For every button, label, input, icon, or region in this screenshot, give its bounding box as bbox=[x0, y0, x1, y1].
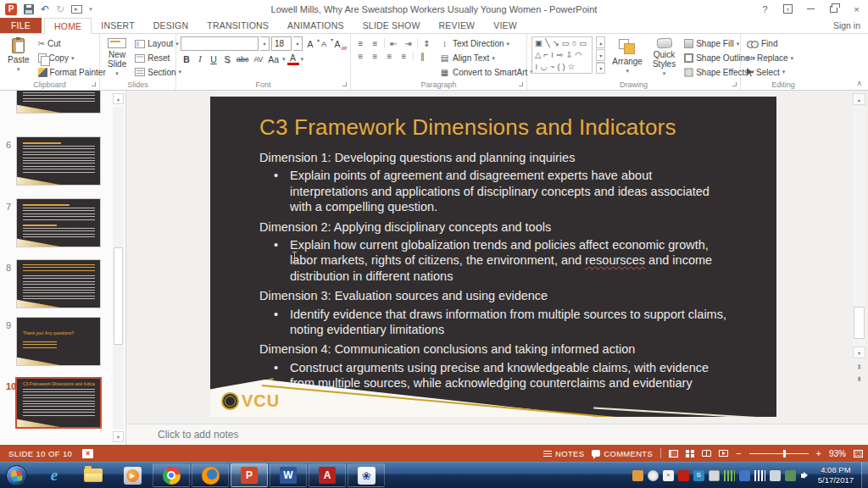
tab-insert[interactable]: INSERT bbox=[92, 18, 144, 33]
italic-button[interactable]: I bbox=[194, 53, 206, 65]
collapse-ribbon-icon[interactable]: ∧ bbox=[856, 79, 862, 87]
shapes-gallery[interactable]: ▣╲↘▭○▭ △⌐≀⇨⇩◠ ≀◡~()☆ bbox=[531, 36, 593, 74]
paragraph-dialog-launcher[interactable] bbox=[518, 81, 525, 88]
tab-slideshow[interactable]: SLIDE SHOW bbox=[353, 18, 430, 33]
tab-transitions[interactable]: TRANSITIONS bbox=[198, 18, 278, 33]
slide-canvas[interactable]: C3 Framework Dimensions and Indicators D… bbox=[210, 97, 776, 417]
bold-button[interactable]: B bbox=[181, 53, 192, 65]
scrollbar-thumb[interactable] bbox=[854, 307, 865, 339]
align-left-icon[interactable]: ≡ bbox=[355, 52, 366, 61]
tray-action-center-flag-icon[interactable]: × bbox=[663, 470, 674, 481]
slide-thumbnail-6[interactable] bbox=[17, 137, 100, 185]
slide-thumbnail-5-partial[interactable] bbox=[17, 91, 100, 113]
shapes-scroll-down[interactable]: ▾ bbox=[596, 49, 605, 61]
tray-orange-app-icon[interactable] bbox=[632, 470, 643, 481]
comments-toggle-button[interactable]: COMMENTS bbox=[592, 449, 653, 458]
start-slideshow-icon[interactable] bbox=[71, 5, 82, 14]
slideshow-view-icon[interactable] bbox=[719, 450, 728, 457]
thumbnails-scroll-down-button[interactable]: ▾ bbox=[113, 431, 124, 442]
slide-thumbnail-10-selected[interactable]: C3 Framework Dimensions and Indicators bbox=[17, 379, 100, 427]
taskbar-flower-app-icon[interactable]: ❀ bbox=[348, 463, 385, 487]
tray-blue-app-icon[interactable] bbox=[739, 470, 750, 481]
tray-acrobat-icon[interactable] bbox=[678, 470, 689, 481]
tab-file[interactable]: FILE bbox=[0, 18, 42, 33]
font-name-combo[interactable] bbox=[181, 36, 259, 51]
tray-sync-icon[interactable] bbox=[785, 470, 796, 481]
clear-formatting-button[interactable]: A bbox=[331, 37, 343, 50]
scroll-down-button[interactable]: ▾ bbox=[853, 347, 865, 358]
fit-slide-to-window-icon[interactable] bbox=[854, 450, 863, 458]
line-spacing-icon[interactable]: ⇕ bbox=[421, 39, 432, 48]
zoom-slider-thumb[interactable] bbox=[783, 450, 786, 458]
clipboard-dialog-launcher[interactable] bbox=[91, 81, 97, 88]
thumbnails-scrollbar-thumb[interactable] bbox=[114, 247, 123, 345]
align-center-icon[interactable]: ≡ bbox=[370, 52, 381, 61]
text-direction-button[interactable]: ↕Text Direction▾ bbox=[437, 37, 535, 51]
restore-button[interactable] bbox=[822, 0, 845, 18]
convert-to-smartart-button[interactable]: ▦Convert to SmartArt▾ bbox=[437, 65, 535, 79]
tray-display-icon[interactable] bbox=[709, 470, 720, 481]
close-button[interactable]: × bbox=[845, 0, 868, 18]
cut-button[interactable]: ✂Cut bbox=[36, 37, 108, 51]
numbering-icon[interactable]: ≡ bbox=[370, 39, 381, 48]
slide-thumbnail-7[interactable] bbox=[17, 199, 100, 247]
format-painter-button[interactable]: Format Painter bbox=[36, 65, 108, 79]
zoom-level[interactable]: 93% bbox=[829, 449, 846, 458]
taskbar-file-explorer-icon[interactable] bbox=[75, 463, 112, 487]
font-size-dropdown-icon[interactable]: ▾ bbox=[293, 36, 303, 51]
drawing-dialog-launcher[interactable] bbox=[732, 81, 738, 88]
taskbar-internet-explorer-icon[interactable]: e bbox=[36, 463, 73, 487]
normal-view-icon[interactable] bbox=[669, 450, 678, 458]
tray-signal-bars-icon[interactable] bbox=[754, 470, 765, 481]
undo-icon[interactable]: ↶ bbox=[41, 3, 49, 15]
align-text-button[interactable]: ▤Align Text▾ bbox=[437, 52, 535, 65]
arrange-button[interactable]: Arrange ▾ bbox=[609, 36, 646, 79]
character-spacing-button[interactable]: AV bbox=[253, 53, 265, 65]
ribbon-display-options-button[interactable]: ∧ bbox=[776, 0, 799, 18]
justify-icon[interactable]: ≡ bbox=[398, 52, 409, 61]
help-button[interactable]: ? bbox=[754, 0, 776, 18]
sign-in-link[interactable]: Sign in bbox=[833, 18, 868, 33]
taskbar-powerpoint-icon-active[interactable]: P bbox=[231, 463, 268, 487]
taskbar-media-player-icon[interactable]: ▶ bbox=[114, 463, 151, 487]
shapes-more-button[interactable]: ▾ bbox=[596, 62, 605, 74]
font-color-button[interactable]: A bbox=[287, 53, 299, 65]
slide-sorter-view-icon[interactable] bbox=[686, 450, 689, 453]
start-button[interactable] bbox=[6, 465, 27, 486]
font-name-dropdown-icon[interactable]: ▾ bbox=[260, 36, 270, 51]
zoom-out-button[interactable]: − bbox=[736, 448, 741, 458]
grow-font-button[interactable]: A bbox=[304, 37, 316, 50]
taskbar-chrome-icon[interactable] bbox=[153, 463, 190, 487]
taskbar-firefox-icon[interactable] bbox=[192, 463, 229, 487]
copy-button[interactable]: Copy▾ bbox=[36, 52, 108, 65]
slide-thumbnail-9[interactable]: Thank you! Any questions? bbox=[17, 318, 100, 365]
slide-body-text[interactable]: Dimension 1: Developing questions and pl… bbox=[259, 150, 731, 407]
tab-design[interactable]: DESIGN bbox=[144, 18, 198, 33]
shrink-font-button[interactable]: A bbox=[318, 37, 330, 50]
paste-button[interactable]: Paste ▾ bbox=[4, 36, 33, 79]
new-slide-button[interactable]: New Slide ▾ bbox=[104, 36, 130, 79]
redo-icon[interactable]: ↻ bbox=[56, 3, 64, 15]
next-slide-button[interactable]: ⇟ bbox=[853, 374, 865, 385]
slide-thumbnail-8[interactable] bbox=[17, 260, 100, 308]
tray-security-shield-icon[interactable]: S bbox=[693, 470, 704, 481]
bullets-icon[interactable]: ≡ bbox=[355, 39, 366, 48]
decrease-indent-icon[interactable]: ⇤ bbox=[388, 39, 399, 48]
show-desktop-button[interactable] bbox=[861, 463, 868, 488]
minimize-button[interactable] bbox=[799, 0, 822, 18]
slide-title[interactable]: C3 Framework Dimensions and Indicators bbox=[259, 114, 729, 141]
notes-placeholder[interactable]: Click to add notes bbox=[158, 429, 238, 441]
zoom-slider[interactable] bbox=[749, 453, 809, 454]
tab-view[interactable]: VIEW bbox=[484, 18, 526, 33]
notes-pane[interactable]: Click to add notes bbox=[126, 424, 868, 445]
tray-volume-icon[interactable] bbox=[800, 470, 811, 481]
select-button[interactable]: Select▾ bbox=[745, 65, 795, 79]
increase-indent-icon[interactable]: ⇥ bbox=[403, 39, 414, 48]
scroll-up-button[interactable]: ▴ bbox=[853, 93, 865, 105]
tab-home[interactable]: HOME bbox=[44, 18, 92, 34]
replace-button[interactable]: Replace▾ bbox=[745, 52, 795, 65]
tray-clipboard-icon[interactable] bbox=[770, 470, 781, 481]
columns-icon[interactable]: ∥ bbox=[417, 52, 428, 61]
shapes-scroll-up[interactable]: ▴ bbox=[596, 36, 605, 48]
qat-customize-icon[interactable]: ▾ bbox=[89, 6, 92, 13]
